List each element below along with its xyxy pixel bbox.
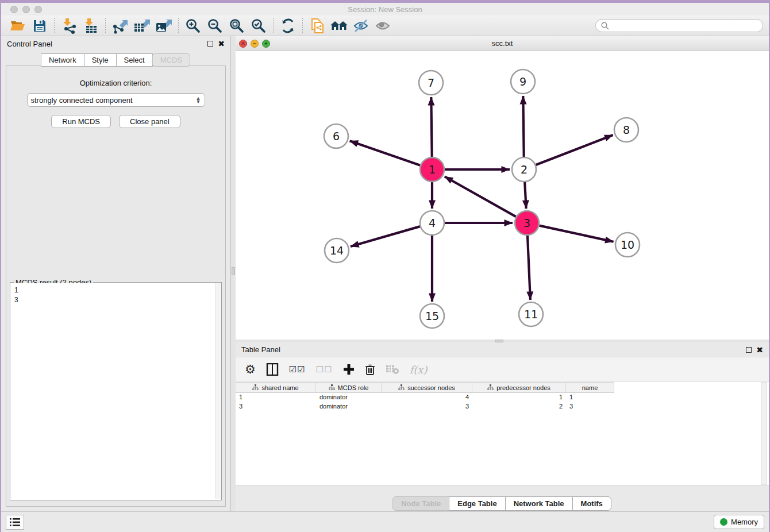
graph-edge-3-11[interactable] [528,236,530,300]
network-minimize-icon[interactable]: − [251,40,259,48]
tab-node-table[interactable]: Node Table [392,496,449,511]
zoom-fit-icon[interactable] [226,17,248,35]
graph-edge-2-8[interactable] [536,135,613,165]
graph-edge-4-14[interactable] [351,226,420,246]
export-table-icon[interactable] [131,17,153,35]
cell-MCDS-role[interactable]: dominator [316,402,382,411]
table-settings-icon[interactable]: ⚙ [245,361,256,378]
table-scrollbar[interactable] [761,382,767,485]
memory-button[interactable]: Memory [714,515,764,529]
graph-node-2[interactable]: 2 [512,157,536,182]
node-table: shared nameMCDS rolesuccessor nodesprede… [236,382,769,485]
show-all-icon[interactable] [372,17,394,35]
graph-node-11[interactable]: 11 [519,302,543,326]
list-icon [10,518,20,526]
graph-edge-1-7[interactable] [431,97,432,157]
import-network-icon[interactable] [58,17,80,35]
import-table-icon[interactable] [80,17,102,35]
cell-shared-name[interactable]: 1 [236,393,316,402]
cell-predecessor-nodes[interactable]: 1 [472,393,566,402]
deselect-all-columns-icon[interactable]: ☐☐ [316,361,333,378]
float-panel-icon[interactable] [746,347,752,353]
search-input[interactable] [595,19,763,32]
table-row[interactable]: 1dominator411 [236,393,769,402]
open-session-icon[interactable] [7,17,29,35]
network-zoom-icon[interactable]: + [262,40,270,48]
graph-node-3[interactable]: 3 [515,211,539,235]
table-panel-spacer [236,485,769,495]
hide-selected-icon[interactable] [350,17,372,35]
graph-edge-3-1[interactable] [445,176,516,217]
zoom-selected-icon[interactable] [248,17,270,35]
tab-select[interactable]: Select [116,53,153,67]
graph-node-4[interactable]: 4 [420,211,444,235]
graph-node-8[interactable]: 8 [614,118,638,142]
mcds-result-group: MCDS result (2 nodes) 1 3 [10,282,222,500]
status-bar: Memory [1,511,769,532]
column-header-name[interactable]: name [566,382,614,393]
zoom-out-icon[interactable] [204,17,226,35]
maximize-window-icon[interactable] [34,6,42,13]
copy-network-icon[interactable] [306,17,328,35]
tab-network[interactable]: Network [41,53,84,67]
column-header-MCDS-role[interactable]: MCDS role [316,382,382,393]
cell-name[interactable]: 1 [566,393,614,402]
delete-table-icon[interactable] [386,361,399,378]
export-image-icon[interactable] [153,17,175,35]
mcds-result-list[interactable]: 1 3 [11,283,215,499]
criterion-select[interactable]: strongly connected component ▲▼ [27,93,205,107]
table-panel-title: Table Panel [241,345,280,354]
select-all-columns-icon[interactable]: ☑☑ [289,361,306,378]
column-header-shared-name[interactable]: shared name [236,382,316,393]
column-header-successor-nodes[interactable]: successor nodes [382,382,472,393]
refresh-layout-icon[interactable] [277,17,299,35]
cell-MCDS-role[interactable]: dominator [316,393,382,402]
first-neighbors-icon[interactable] [328,17,350,35]
table-row[interactable]: 3dominator323 [236,402,769,411]
cell-shared-name[interactable]: 3 [236,402,316,411]
tab-motifs[interactable]: Motifs [572,496,611,511]
export-network-icon[interactable] [109,17,131,35]
vertical-splitter[interactable] [231,36,236,511]
graph-edge-3-10[interactable] [539,226,613,242]
graph-node-15[interactable]: 15 [420,304,444,328]
save-session-icon[interactable] [29,17,51,35]
show-columns-icon[interactable] [266,361,279,378]
graph-node-9[interactable]: 9 [511,70,535,94]
delete-column-icon[interactable] [365,361,375,378]
minimize-window-icon[interactable] [22,6,30,13]
function-builder-icon[interactable]: f(x) [410,361,428,378]
network-close-icon[interactable]: ✕ [239,40,247,48]
close-panel-icon[interactable]: ✖ [218,41,225,47]
graph-edge-2-3[interactable] [525,182,526,209]
task-history-button[interactable] [6,515,24,530]
column-header-predecessor-nodes[interactable]: predecessor nodes [472,382,566,393]
graph-node-14[interactable]: 14 [325,238,349,263]
network-canvas[interactable]: 7968124314101511 [236,51,769,340]
zoom-in-icon[interactable] [182,17,204,35]
close-panel-icon[interactable]: ✖ [756,347,763,353]
graph-edge-1-6[interactable] [350,141,421,165]
run-mcds-button[interactable]: Run MCDS [51,115,111,128]
cell-predecessor-nodes[interactable]: 2 [472,402,566,411]
add-column-icon[interactable] [343,361,355,378]
tab-edge-table[interactable]: Edge Table [449,496,505,511]
svg-text:10: 10 [621,238,634,251]
result-scrollbar[interactable] [215,283,221,499]
cell-name[interactable]: 3 [566,402,614,411]
tab-mcds[interactable]: MCDS [152,53,190,67]
tab-network-table[interactable]: Network Table [505,496,573,511]
graph-node-10[interactable]: 10 [615,233,640,257]
graph-node-1[interactable]: 1 [420,157,444,182]
graph-node-7[interactable]: 7 [419,71,443,95]
tab-style[interactable]: Style [84,53,117,67]
float-panel-icon[interactable] [207,41,213,47]
cell-successor-nodes[interactable]: 4 [382,393,472,402]
close-panel-button[interactable]: Close panel [119,115,180,128]
graph-node-6[interactable]: 6 [324,124,348,148]
splitter-grip[interactable] [232,267,235,275]
cell-successor-nodes[interactable]: 3 [382,402,472,411]
graph-edge-2-9[interactable] [523,96,523,157]
close-window-icon[interactable] [10,6,18,13]
toolbar-separator [178,18,179,34]
